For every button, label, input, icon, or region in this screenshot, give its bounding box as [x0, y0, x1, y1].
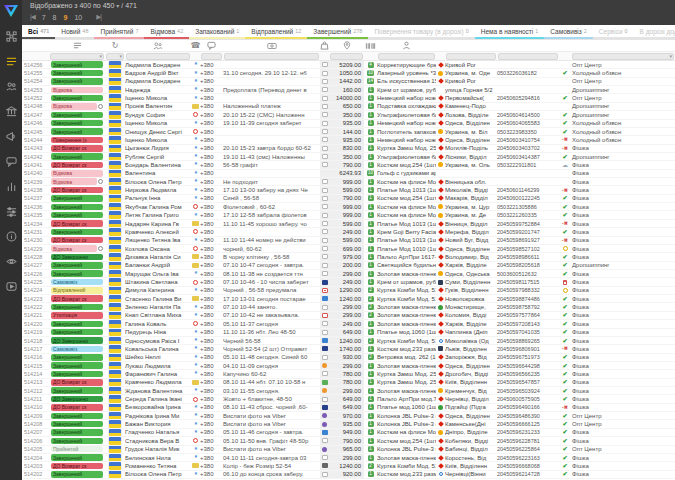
tracking-number[interactable]: 20450598874486 — [497, 295, 559, 302]
tracking-number[interactable]: 20450600122245 — [497, 195, 559, 202]
order-row[interactable]: 514230ДО Возврат скЛященко Тетяна Іва*+3… — [22, 237, 675, 245]
tracking-number[interactable]: 20450603403702 — [497, 145, 559, 152]
tracking-number[interactable]: 20450598986611 — [497, 253, 559, 260]
order-row[interactable]: 514237ЗавершенийРальчук Інна*+380Синій ,… — [22, 195, 675, 203]
sync-icon[interactable]: ↻ — [105, 40, 125, 51]
tracking-number[interactable]: 20450598691927 — [497, 237, 559, 244]
tracking-number[interactable]: 20450596547857 — [497, 379, 559, 386]
filter-country[interactable]: ▾ — [106, 53, 124, 60]
barcode-icon[interactable] — [364, 40, 377, 51]
tracking-number[interactable]: 20450597577864 — [497, 312, 559, 319]
tracking-number[interactable]: 20450596486390 — [497, 412, 559, 419]
order-row[interactable]: 514248ВідмоваПронів Валентин+380Наложенн… — [22, 103, 675, 111]
tab-відмова[interactable]: Відмова42 — [144, 25, 189, 39]
first-page-icon[interactable]: |◀ — [30, 13, 35, 21]
order-row[interactable]: 514222ЗавершенийЗеленко Наталія Па*+3800… — [22, 303, 675, 311]
app-logo[interactable] — [3, 3, 19, 19]
order-row[interactable]: 514209ЗавершенийРаднікова Ірина Ми*+380В… — [22, 412, 675, 420]
tracking-number[interactable]: 0503223983350 — [497, 128, 559, 135]
order-row[interactable]: 514214ЗавершенийФаранєвич Галина*+380Кап… — [22, 370, 675, 378]
tracking-number[interactable]: 0503226036182 — [497, 69, 559, 76]
filter-status[interactable]: ▾ — [50, 53, 104, 60]
tracking-number[interactable]: 20450603414387 — [497, 153, 559, 160]
order-row[interactable]: 514213ДО Возврат скКравченко Людмила+380… — [22, 379, 675, 387]
order-row[interactable]: 514243ДО Возврат скЦыганюк Лидия*+38020.… — [22, 145, 675, 153]
order-row[interactable]: 514228ДО ЗавершеноДихавка Наталія Си+380… — [22, 253, 675, 261]
clients-icon[interactable] — [5, 80, 18, 93]
order-row[interactable]: 514241ДО Возврат скБондарь Валентина*+38… — [22, 161, 675, 169]
page-number-10[interactable]: 10 — [74, 14, 82, 21]
tracking-number[interactable]: 20450598117515 — [497, 278, 559, 285]
order-row[interactable]: 514205ПрийнятийГрудок Наталія Мик*+380Ви… — [22, 446, 675, 454]
status-icon[interactable] — [49, 40, 105, 51]
tracking-number[interactable]: 20450604614500 — [497, 111, 559, 118]
tracking-number[interactable] — [497, 78, 559, 85]
order-row[interactable]: 514239ВідмоваБілоока Олена Петр*+380Не п… — [22, 178, 675, 186]
tab-відправлений[interactable]: Відправлений12 — [245, 25, 307, 39]
filter-comment[interactable] — [224, 53, 319, 60]
phone-icon[interactable]: ☎ — [191, 40, 200, 51]
order-row[interactable]: 514218ДО ЗавершеноОдносумова Раіса І*+38… — [22, 337, 675, 345]
filter-phone[interactable] — [201, 53, 222, 60]
tracking-number[interactable]: 20450596225864 — [497, 446, 559, 453]
filter-ttn[interactable] — [498, 53, 558, 60]
clients-icon[interactable] — [125, 40, 191, 51]
filter-address[interactable] — [446, 53, 496, 60]
tab-в-дорозі-додому[interactable]: В дорозі додому0 — [634, 25, 675, 39]
order-row[interactable]: 514256ЗавершенийЛюдмила Бондарен*+380520… — [22, 61, 675, 69]
tracking-number[interactable]: 20450596223163 — [497, 454, 559, 461]
page-number-7[interactable]: 7 — [42, 14, 46, 21]
tracking-number[interactable]: 20450599201747 — [497, 228, 559, 235]
tracking-number[interactable]: 20450596566235 — [497, 370, 559, 377]
order-row[interactable]: 514227ЗавершенийБаланюк Андрій+38007.10 … — [22, 262, 675, 270]
order-row[interactable]: 514236ЗавершенийЯкубчак Галина Ром+380Фі… — [22, 203, 675, 211]
filter-price[interactable] — [330, 53, 363, 60]
tab-нема-в-наявності[interactable]: Нема в наявності1 — [475, 25, 545, 39]
company-icon[interactable] — [5, 105, 18, 118]
last-page-icon[interactable]: ▶| — [96, 13, 101, 21]
info-icon[interactable] — [5, 230, 18, 243]
tracking-number[interactable]: 20450596644298 — [497, 362, 559, 369]
tracking-number[interactable]: 20450596214728 — [497, 471, 559, 478]
order-row[interactable]: 514223ДО Возврат скСтасенко Галина Ви+38… — [22, 295, 675, 303]
tracking-number[interactable]: 20450598758792 — [497, 303, 559, 310]
comment-icon[interactable] — [200, 40, 223, 51]
order-row[interactable]: 514220ЗавершенийГалина Коваль+38005.10 1… — [22, 320, 675, 328]
order-row[interactable]: 514207ЗавершенийГладченко Наталья*+38005… — [22, 429, 675, 437]
order-row[interactable]: 514253ВідмоваНадежда*+380Предоплата (Пер… — [22, 86, 675, 94]
tab-сервіси[interactable]: Сервіси0 — [593, 25, 634, 39]
tracking-number[interactable]: 0503221260335 — [497, 211, 559, 218]
tab-запакований[interactable]: Запакований1 — [189, 25, 245, 39]
order-row[interactable]: 514221УтилізаціяКнап Світлана Миха*+3800… — [22, 312, 675, 320]
id-column-header[interactable] — [22, 40, 49, 51]
tracking-number[interactable]: 20450598205618 — [497, 262, 559, 269]
order-row[interactable]: 514206ЗавершенийСтадникова Вера В+38005.… — [22, 437, 675, 445]
tracking-number[interactable]: 20450596503924 — [497, 387, 559, 394]
source-person-icon[interactable] — [377, 40, 436, 51]
tracking-number[interactable]: 20450597988332 — [497, 287, 559, 294]
order-row[interactable]: 514229ВідмоваКозлова Оксана+380чорний, 6… — [22, 245, 675, 253]
tracking-number[interactable]: 0503222911801 — [497, 161, 559, 168]
order-row[interactable]: 514219ЗавершенийПедурець Ніна*+38011.10 … — [22, 329, 675, 337]
tracking-number[interactable] — [497, 61, 559, 68]
order-row[interactable]: 514254ЗавершенийЛюдмила Бондарен*+380144… — [22, 78, 675, 86]
filter-source[interactable]: ▾ — [572, 53, 674, 60]
apps-grid-icon[interactable] — [5, 30, 18, 43]
marketing-icon[interactable] — [5, 130, 18, 143]
order-row[interactable]: 514226ЗавершенийМарущак Ольга Іва*+38008… — [22, 270, 675, 278]
order-row[interactable]: 514202ЗавершенийБілоока Олена Петр*+3800… — [22, 471, 675, 479]
tracking-number[interactable]: 20450600575905 — [497, 395, 559, 402]
order-row[interactable]: 514247ЗавершенийБундук София+38020.10 15… — [22, 111, 675, 119]
tracking-number[interactable]: 20450596231233 — [497, 429, 559, 436]
order-row[interactable]: 514203ДО Возврат скРоманенко Тетяна+380К… — [22, 462, 675, 470]
tracking-number[interactable]: 20450596666125 — [497, 420, 559, 427]
order-row[interactable]: 514255ЗавершенийБадров Андрій Вікт*+3803… — [22, 69, 675, 77]
order-row[interactable]: 514217СамовивізКовальська Галина*+380Чор… — [22, 345, 675, 353]
tab-повернення-товару-в-дорозі-[interactable]: Повернення товару (в дорозі)0 — [368, 25, 474, 39]
tracking-number[interactable]: 20450596751973 — [497, 354, 559, 361]
order-row[interactable]: 514210ДО Возврат скБезкоровайна Ірина*+3… — [22, 404, 675, 412]
page-number-9[interactable]: 9 — [64, 14, 68, 21]
chat-icon[interactable] — [5, 155, 18, 168]
money-icon[interactable] — [223, 40, 320, 51]
filter-client[interactable] — [126, 53, 190, 60]
